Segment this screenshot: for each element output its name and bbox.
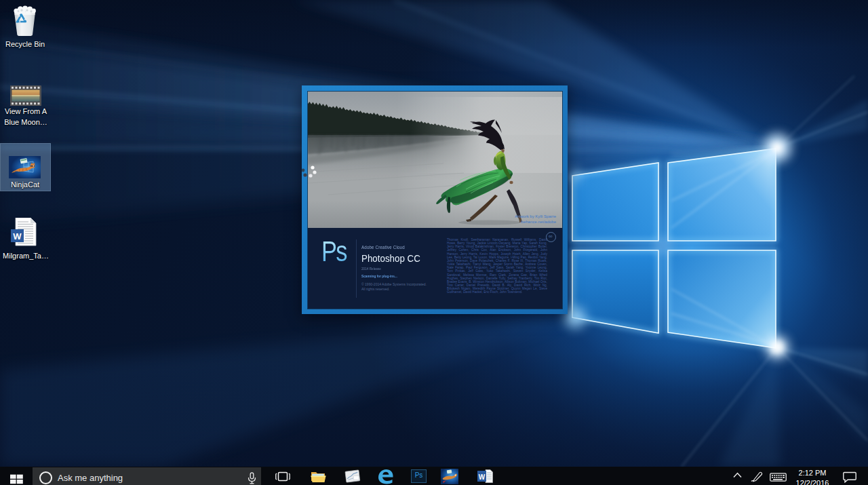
svg-text:Artwork by Kylli Sparre: Artwork by Kylli Sparre xyxy=(515,214,556,218)
svg-text:behance.net/adobe: behance.net/adobe xyxy=(521,220,557,224)
svg-text:W: W xyxy=(479,473,486,481)
svg-text:W: W xyxy=(13,231,22,241)
